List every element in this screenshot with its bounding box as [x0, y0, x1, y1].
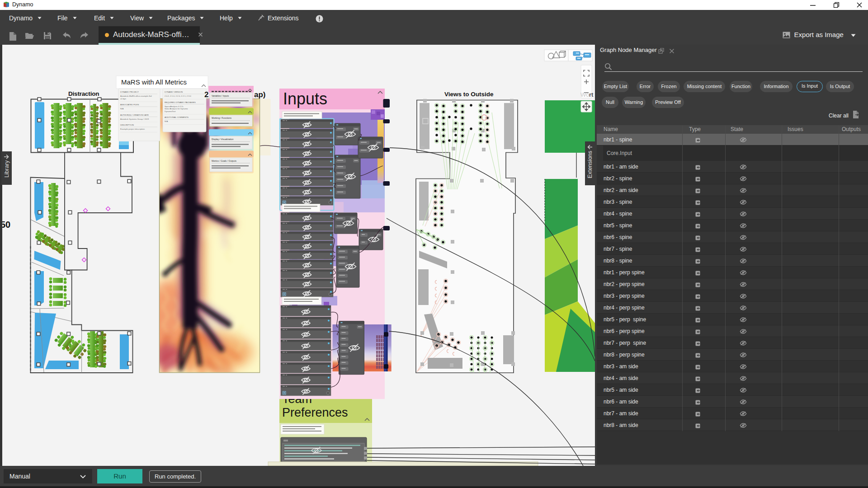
svg-text:REQUIRED DYNAMO PACKAGES: REQUIRED DYNAMO PACKAGES [165, 101, 196, 103]
svg-text:Working / Functions: Working / Functions [212, 117, 232, 119]
svg-text:N/A: N/A [165, 120, 168, 122]
svg-text:rt: rt [589, 91, 594, 98]
svg-text:ASSOCIATED FILES: ASSOCIATED FILES [120, 103, 139, 106]
svg-text:Views to Outside: Views to Outside [444, 91, 494, 98]
svg-text:DESCRIPTION: DESCRIPTION [120, 124, 134, 126]
svg-text:Distraction: Distraction [68, 90, 99, 97]
svg-text:Variables / Inputs: Variables / Inputs [212, 94, 229, 97]
svg-text:AUTHOR(S) / CREATION DATE: AUTHOR(S) / CREATION DATE [120, 114, 149, 116]
svg-text:2.0.2, 2.1.0, 2.2.0, 2.2.1, 2.: 2.0.2, 2.1.0, 2.2.0, 2.2.1, 2.3.0 [165, 95, 191, 97]
svg-text:Example project description.: Example project description. [120, 128, 145, 130]
svg-text:Metrics / Goals / Outputs: Metrics / Goals / Outputs [212, 160, 237, 162]
svg-text:Inputs: Inputs [283, 89, 327, 108]
svg-text:Display / Visualization: Display / Visualization [212, 138, 234, 141]
svg-text:SpaceAnalysis 0.2.3+: SpaceAnalysis 0.2.3+ [165, 105, 184, 108]
svg-text:Preferences: Preferences [282, 406, 348, 419]
svg-text:ap): ap) [254, 90, 266, 99]
svg-text:2: 2 [204, 90, 208, 99]
svg-text:Solar Analysis for Dynamo: Solar Analysis for Dynamo [165, 108, 188, 110]
svg-text:DYNAMO PROJECT: DYNAMO PROJECT [120, 91, 139, 93]
svg-text:DYNAMO VERSION: DYNAMO VERSION [165, 91, 183, 93]
svg-text:Wo: Wo [580, 91, 589, 98]
svg-text:v2.dyn: v2.dyn [120, 98, 126, 100]
svg-text:N/A: N/A [120, 108, 123, 110]
svg-text:Autodesk Systems Group / 2019: Autodesk Systems Group / 2019 [120, 118, 149, 120]
svg-text:DynamoText: DynamoText [165, 110, 176, 113]
svg-text:ADDITIONAL COMMENTS: ADDITIONAL COMMENTS [165, 116, 189, 118]
svg-text:Autodesk-MaRS-office-example-S: Autodesk-MaRS-office-example-Sol [120, 95, 152, 97]
svg-text:MaRS with All Metrics: MaRS with All Metrics [121, 78, 187, 86]
